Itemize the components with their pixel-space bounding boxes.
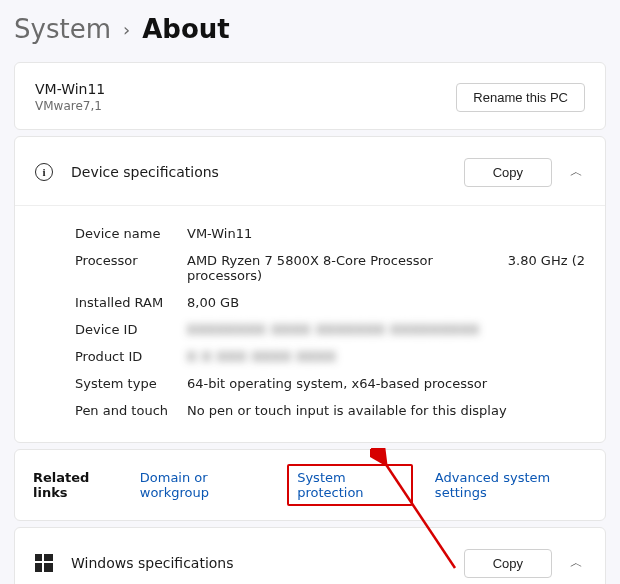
breadcrumb-parent[interactable]: System [14,14,111,44]
rename-card: VM-Win11 VMware7,1 Rename this PC [14,62,606,130]
spec-row-system-type: System type 64-bit operating system, x64… [75,370,585,397]
windows-specifications-card: Windows specifications Copy ︿ Edition Wi… [14,527,606,584]
spec-row-processor: Processor AMD Ryzen 7 5800X 8-Core Proce… [75,247,585,289]
spec-row-product-id: Product ID X X XXX XXXX XXXX [75,343,585,370]
spec-row-ram: Installed RAM 8,00 GB [75,289,585,316]
rename-pc-button[interactable]: Rename this PC [456,83,585,112]
breadcrumb: System › About [14,14,606,44]
spec-row-device-id: Device ID XXXXXXXX XXXX XXXXXXX XXXXXXXX… [75,316,585,343]
info-icon: i [35,163,53,181]
breadcrumb-current: About [142,14,230,44]
device-spec-header: i Device specifications Copy ︿ [15,137,605,206]
device-spec-title: Device specifications [71,164,219,180]
related-links-bar: Related links Domain or workgroup System… [14,449,606,521]
win-spec-title: Windows specifications [71,555,234,571]
chevron-up-icon[interactable]: ︿ [564,157,589,187]
win-spec-header: Windows specifications Copy ︿ [15,528,605,584]
device-spec-body: Device name VM-Win11 Processor AMD Ryzen… [15,206,605,442]
link-advanced-settings[interactable]: Advanced system settings [435,470,587,500]
related-links-label: Related links [33,470,118,500]
device-name: VM-Win11 [35,81,105,97]
copy-win-spec-button[interactable]: Copy [464,549,552,578]
copy-device-spec-button[interactable]: Copy [464,158,552,187]
device-model: VMware7,1 [35,99,105,113]
spec-row-pen-touch: Pen and touch No pen or touch input is a… [75,397,585,424]
windows-icon [35,554,53,572]
chevron-right-icon: › [123,19,130,40]
link-domain-workgroup[interactable]: Domain or workgroup [140,470,265,500]
chevron-up-icon[interactable]: ︿ [564,548,589,578]
spec-row-device-name: Device name VM-Win11 [75,220,585,247]
device-specifications-card: i Device specifications Copy ︿ Device na… [14,136,606,443]
link-system-protection[interactable]: System protection [287,464,413,506]
